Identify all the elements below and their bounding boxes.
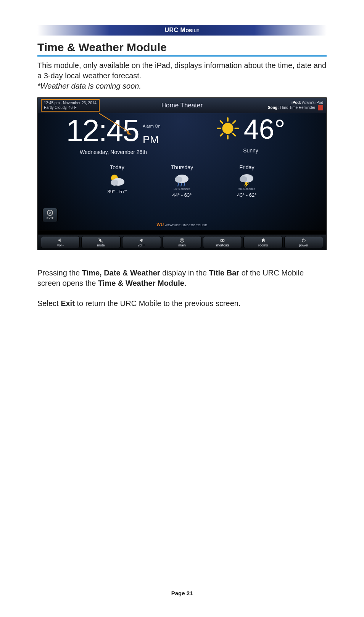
music-icon [318,105,323,110]
forecast-friday: Friday 50% chance 43° - 62° [226,164,268,198]
section-note: *Weather data is coming soon. [37,82,327,91]
svg-line-10 [221,134,223,136]
doc-header-bar: URC Mobile [37,25,327,36]
svg-line-18 [184,183,185,186]
vol-down-button[interactable]: vol - [41,236,80,248]
now-playing-info: iPod: Adam's iPod Song: Third Time Remin… [268,100,323,110]
page-number: Page 21 [0,590,364,596]
svg-rect-27 [182,240,183,241]
forecast-day: Thursday [161,164,203,170]
storm-icon [226,172,268,189]
svg-point-23 [180,238,184,242]
big-time: 12:45 [66,115,139,146]
ampm-label: PM [143,134,159,146]
btn-label: vol - [57,243,64,247]
ipod-label: iPod: [292,100,301,105]
grid-icon [179,238,185,243]
svg-line-8 [233,134,235,136]
song-value: Third Time Reminder [280,105,315,110]
main-button[interactable]: main [163,236,201,248]
doc-header-text: URC Mobile [164,27,199,33]
svg-rect-24 [181,239,182,240]
paragraph-1: Pressing the Time, Date & Weather displa… [37,268,327,288]
body-copy: Pressing the Time, Date & Weather displa… [37,268,327,309]
btn-label: rooms [258,243,268,247]
btn-label: power [299,243,309,247]
section-title: Time & Weather Module [37,41,327,57]
svg-point-20 [240,176,247,182]
svg-marker-29 [222,240,224,240]
titlebar-weather: Partly Cloudy, 46°F [44,105,97,110]
paragraph-2: Select Exit to return the URC Mobile to … [37,298,327,309]
forecast-day: Friday [226,164,268,170]
svg-point-15 [175,177,182,183]
svg-point-2 [222,123,234,134]
bottom-toolbar: vol - mute vol + main shortcuts rooms [38,235,326,250]
forecast-row: Today 39° - 57° Thursday 30% chance 44° … [38,164,326,198]
btn-label: main [178,243,186,247]
speaker-icon [139,238,144,243]
shortcuts-button[interactable]: shortcuts [203,236,242,248]
home-icon [261,238,266,243]
partly-cloudy-icon [96,172,138,189]
mute-button[interactable]: mute [81,236,120,248]
time-weather-callout[interactable]: 12:45 pm · November 26, 2014 Partly Clou… [41,99,100,112]
svg-line-16 [178,183,179,186]
svg-rect-25 [182,239,183,240]
clock-panel: 12:45 Alarm On PM Wednesday, November 26… [45,115,182,155]
forecast-range: 39° - 57° [96,189,138,194]
vol-up-button[interactable]: vol + [122,236,161,248]
titlebar-time-date: 12:45 pm · November 26, 2014 [44,101,97,105]
rain-icon [161,172,203,189]
power-icon [301,238,306,243]
svg-line-17 [181,183,182,186]
close-icon: ✕ [47,210,53,216]
btn-label: vol + [138,243,145,247]
date-line: Wednesday, November 26th [45,149,182,155]
mute-icon [98,238,103,243]
svg-line-9 [233,121,235,123]
big-temp: 46° [244,115,285,143]
forecast-thursday: Thursday 30% chance 44° - 63° [161,164,203,198]
current-weather-panel: 46° Sunny [182,115,319,155]
sun-icon [216,117,240,142]
wu-text: WEATHER UNDERGROUND [165,223,207,227]
ipod-value: Adam's iPod [302,100,323,105]
forecast-chance: 30% chance [161,187,203,191]
btn-label: mute [97,243,105,247]
forecast-range: 44° - 63° [161,192,203,198]
exit-label: EXIT [47,217,53,220]
btn-label: shortcuts [216,243,230,247]
alarm-label: Alarm On [143,124,160,128]
rooms-button[interactable]: rooms [243,236,282,248]
speaker-icon [58,238,63,243]
app-screenshot: 12:45 pm · November 26, 2014 Partly Clou… [37,97,327,250]
svg-rect-26 [181,240,182,241]
app-title-bar: 12:45 pm · November 26, 2014 Partly Clou… [38,98,326,113]
svg-line-7 [221,121,223,123]
song-label: Song: [268,105,279,110]
forecast-day: Today [96,164,138,170]
power-button[interactable]: power [284,236,323,248]
condition-label: Sunny [182,147,319,154]
forecast-today: Today 39° - 57° [96,164,138,198]
weather-credit: WU WEATHER UNDERGROUND [38,222,326,227]
wu-logo: WU [157,222,164,227]
forecast-range: 43° - 62° [226,192,268,198]
arrow-up-icon [220,238,225,243]
svg-point-13 [111,180,118,186]
exit-button[interactable]: ✕ EXIT [42,208,58,222]
forecast-chance: 50% chance [226,187,268,191]
section-intro: This module, only available on the iPad,… [37,60,327,81]
